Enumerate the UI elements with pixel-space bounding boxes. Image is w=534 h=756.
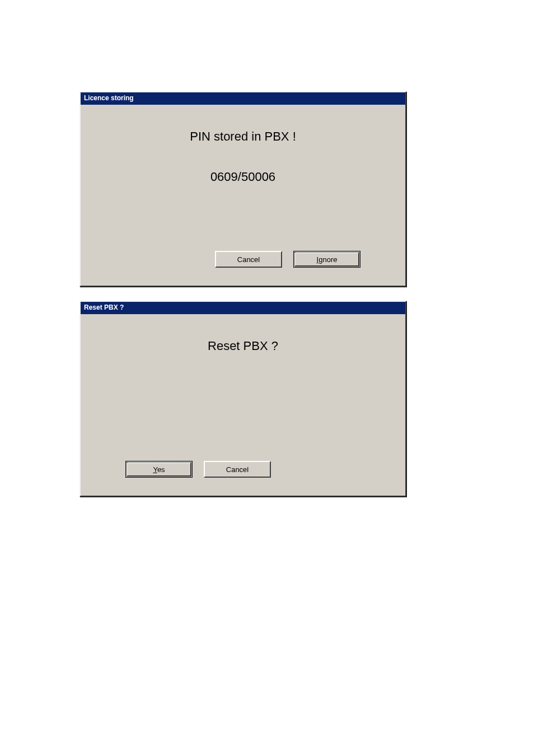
button-row: Cancel Ignore bbox=[215, 251, 360, 268]
message-pin-value: 0609/50006 bbox=[86, 170, 400, 184]
button-label: Cancel bbox=[226, 465, 249, 474]
button-row: Yes Cancel bbox=[125, 461, 271, 478]
button-label: Ignore bbox=[317, 255, 338, 264]
yes-button[interactable]: Yes bbox=[125, 461, 193, 478]
ignore-button[interactable]: Ignore bbox=[293, 251, 360, 268]
message-reset-question: Reset PBX ? bbox=[86, 339, 400, 353]
cancel-button[interactable]: Cancel bbox=[204, 461, 271, 478]
dialog-title: Reset PBX ? bbox=[81, 302, 405, 314]
reset-pbx-dialog: Reset PBX ? Reset PBX ? Yes Cancel bbox=[79, 301, 406, 497]
cancel-button[interactable]: Cancel bbox=[215, 251, 282, 268]
button-label: Cancel bbox=[237, 255, 260, 264]
message-pin-stored: PIN stored in PBX ! bbox=[86, 129, 400, 144]
dialog-body: Reset PBX ? Yes Cancel bbox=[81, 314, 405, 359]
button-label: Yes bbox=[153, 465, 165, 474]
licence-storing-dialog: Licence storing PIN stored in PBX ! 0609… bbox=[79, 91, 406, 287]
dialog-body: PIN stored in PBX ! 0609/50006 Cancel Ig… bbox=[81, 105, 405, 190]
dialog-title: Licence storing bbox=[81, 92, 405, 105]
